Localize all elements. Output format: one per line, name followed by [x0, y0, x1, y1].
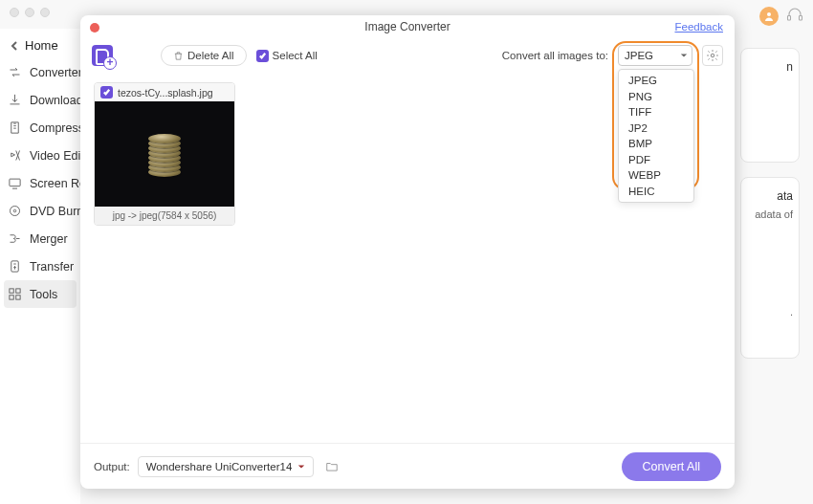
- window-traffic-lights: [10, 8, 50, 17]
- traffic-light: [25, 8, 34, 17]
- peek-sub: adata of: [741, 208, 799, 220]
- sidebar-item-label: Merger: [30, 232, 68, 246]
- add-file-icon[interactable]: [92, 45, 113, 66]
- sidebar-item-dvd-burner[interactable]: DVD Burner: [0, 197, 80, 225]
- convert-all-button[interactable]: Convert All: [622, 452, 721, 481]
- app-sidebar: Home Converter Downloader Compressor Vid…: [0, 29, 80, 504]
- format-option[interactable]: PDF: [619, 152, 693, 168]
- format-selected-value: JPEG: [625, 50, 653, 61]
- traffic-light: [40, 8, 50, 17]
- format-option[interactable]: JPEG: [619, 73, 693, 89]
- settings-button[interactable]: [702, 45, 723, 66]
- delete-all-button[interactable]: Delete All: [161, 45, 247, 66]
- feedback-link[interactable]: Feedback: [674, 21, 723, 33]
- output-path-select[interactable]: Wondershare UniConverter14: [138, 456, 315, 477]
- right-panel-peek-top: n: [740, 48, 800, 163]
- trash-icon: [173, 51, 184, 61]
- svg-rect-3: [10, 179, 20, 186]
- sidebar-item-tools[interactable]: Tools: [4, 280, 77, 308]
- svg-point-11: [711, 54, 714, 57]
- modal-footer: Output: Wondershare UniConverter14 Conve…: [80, 443, 735, 489]
- sidebar-item-label: Tools: [30, 288, 57, 301]
- image-thumbnail[interactable]: tezos-tCy...splash.jpg jpg -> jpeg(7584 …: [94, 82, 235, 226]
- svg-rect-1: [788, 16, 791, 21]
- format-option[interactable]: PNG: [619, 89, 693, 105]
- image-converter-modal: Image Converter Feedback Delete All Sele…: [80, 15, 735, 489]
- svg-point-0: [767, 12, 771, 16]
- sidebar-item-merger[interactable]: Merger: [0, 225, 80, 252]
- sidebar-item-label: Compressor: [30, 121, 80, 135]
- sidebar-item-label: Screen Recorder: [30, 177, 80, 190]
- coin-stack-image: [148, 131, 181, 177]
- output-path-value: Wondershare UniConverter14: [146, 461, 293, 472]
- support-icon[interactable]: [786, 6, 803, 27]
- sidebar-item-compressor[interactable]: Compressor: [0, 114, 80, 142]
- home-label: Home: [25, 38, 58, 53]
- peek-heading: ata: [741, 189, 799, 203]
- format-dropdown: JPEG PNG TIFF JP2 BMP PDF WEBP HEIC: [618, 69, 694, 203]
- sidebar-item-screen-recorder[interactable]: Screen Recorder: [0, 169, 80, 197]
- svg-rect-9: [10, 296, 13, 299]
- format-option[interactable]: BMP: [619, 136, 693, 152]
- chevron-down-icon: [680, 52, 688, 59]
- svg-point-4: [11, 207, 20, 216]
- thumbnail-info: jpg -> jpeg(7584 x 5056): [95, 207, 234, 225]
- sidebar-item-transfer[interactable]: Transfer: [0, 252, 80, 280]
- folder-icon: [324, 460, 340, 473]
- format-option[interactable]: HEIC: [619, 184, 693, 200]
- sidebar-item-label: Converter: [30, 66, 80, 79]
- sidebar-item-label: DVD Burner: [30, 205, 80, 218]
- format-select[interactable]: JPEG JPEG PNG TIFF JP2 BMP PDF WEBP HEIC: [618, 45, 692, 66]
- svg-rect-10: [16, 296, 20, 299]
- right-panel-peek-bottom: ata adata of .: [740, 177, 800, 359]
- select-all-label: Select All: [273, 50, 318, 61]
- format-option[interactable]: TIFF: [619, 104, 693, 121]
- checkbox-checked-icon[interactable]: [100, 86, 113, 99]
- svg-rect-2: [800, 16, 802, 21]
- sidebar-item-video-editor[interactable]: Video Editor: [0, 142, 80, 169]
- sidebar-item-label: Transfer: [30, 260, 74, 274]
- chevron-down-icon: [297, 463, 305, 471]
- close-icon[interactable]: [90, 23, 99, 33]
- modal-title: Image Converter: [364, 20, 450, 33]
- open-folder-button[interactable]: [321, 456, 342, 477]
- sidebar-item-converter[interactable]: Converter: [0, 58, 80, 86]
- sidebar-item-label: Downloader: [30, 94, 80, 107]
- delete-all-label: Delete All: [187, 50, 234, 61]
- convert-to-label: Convert all images to:: [502, 50, 608, 61]
- thumbnail-preview: [95, 101, 234, 207]
- user-avatar[interactable]: [759, 7, 779, 26]
- thumbnail-filename: tezos-tCy...splash.jpg: [118, 87, 213, 99]
- svg-rect-8: [16, 289, 20, 293]
- svg-point-5: [13, 209, 16, 212]
- format-option[interactable]: WEBP: [619, 167, 693, 184]
- svg-rect-7: [10, 289, 13, 293]
- peek-foot: .: [741, 306, 799, 318]
- format-option[interactable]: JP2: [619, 121, 693, 137]
- gear-icon: [706, 49, 719, 62]
- sidebar-item-downloader[interactable]: Downloader: [0, 86, 80, 114]
- sidebar-item-label: Video Editor: [30, 149, 80, 163]
- select-all-checkbox[interactable]: Select All: [256, 50, 318, 62]
- checkbox-checked-icon: [256, 50, 269, 62]
- modal-toolbar: Delete All Select All Convert all images…: [80, 38, 735, 73]
- home-back[interactable]: Home: [0, 33, 80, 58]
- output-label: Output:: [94, 461, 130, 472]
- traffic-light: [10, 8, 19, 17]
